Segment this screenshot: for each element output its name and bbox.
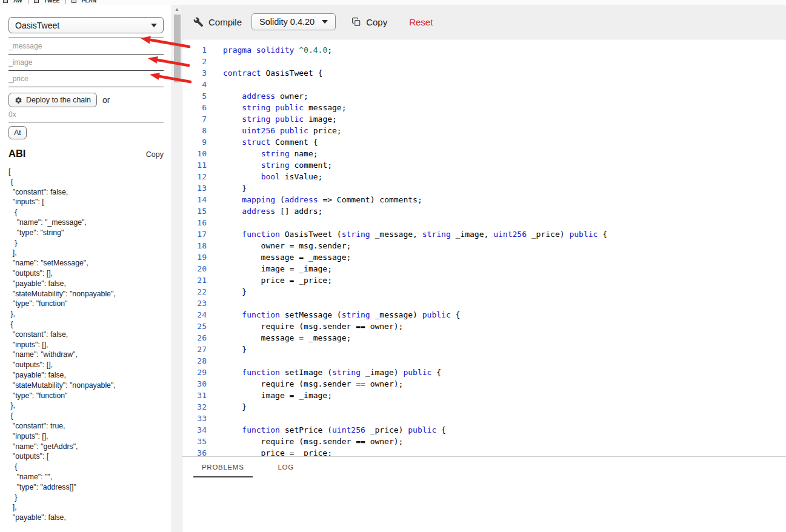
code-line[interactable]: 33 <box>182 413 786 424</box>
code-line[interactable]: 32 } <box>182 401 786 413</box>
code-line[interactable]: 16 <box>182 217 786 228</box>
contract-address-input[interactable] <box>8 107 164 122</box>
code-line[interactable]: 18 owner = msg.sender; <box>182 240 786 251</box>
compiler-version-select[interactable]: Solidity 0.4.20 <box>251 13 336 30</box>
code-text: string name; <box>207 148 318 159</box>
copy-button-label: Copy <box>366 17 387 27</box>
contract-select[interactable]: OasisTweet <box>8 17 164 33</box>
code-line[interactable]: 24 function setMessage (string _message)… <box>182 309 786 321</box>
code-line[interactable]: 25 require (msg.sender == owner); <box>182 321 786 332</box>
tab-divider <box>28 0 28 4</box>
or-label: or <box>102 95 110 105</box>
code-line[interactable]: 2 <box>182 56 786 67</box>
code-line[interactable]: 20 image = _image; <box>182 263 786 274</box>
code-line[interactable]: 10 string name; <box>182 148 786 159</box>
constructor-input-message[interactable] <box>8 38 164 55</box>
line-number: 24 <box>182 309 207 321</box>
constructor-input-image[interactable] <box>8 55 164 71</box>
code-text: pragma solidity ^0.4.0; <box>207 44 332 56</box>
code-line[interactable]: 15 address [] addrs; <box>182 205 786 217</box>
code-line[interactable]: 9 struct Comment { <box>182 136 786 148</box>
code-text <box>207 413 223 424</box>
code-line[interactable]: 27 } <box>182 344 786 355</box>
line-number: 20 <box>182 263 207 274</box>
main-area: Compile Solidity 0.4.20 Copy Reset 1prag… <box>182 5 786 532</box>
code-line[interactable]: 34 function setPrice (uint256 _price) pu… <box>182 424 786 436</box>
code-line[interactable]: 19 message = _message; <box>182 251 786 263</box>
deploy-button[interactable]: Deploy to the chain <box>8 93 97 107</box>
line-number: 33 <box>182 413 207 424</box>
code-line[interactable]: 3contract OasisTweet { <box>182 67 786 79</box>
reset-button[interactable]: Reset <box>409 17 433 27</box>
line-number: 13 <box>182 182 207 194</box>
code-line[interactable]: 1pragma solidity ^0.4.0; <box>182 44 786 56</box>
browser-tab-fragment[interactable]: PLAN <box>82 0 97 4</box>
line-number: 15 <box>182 205 207 217</box>
code-line[interactable]: 23 <box>182 298 786 309</box>
scrollbar-thumb[interactable] <box>174 15 181 82</box>
chevron-down-icon <box>322 20 328 24</box>
at-button[interactable]: At <box>8 126 27 139</box>
tab-problems[interactable]: PROBLEMS <box>193 464 253 477</box>
vertical-scrollbar[interactable]: ▲ <box>172 5 182 532</box>
code-line[interactable]: 5 address owner; <box>182 90 786 102</box>
code-line[interactable]: 35 require (msg.sender == owner); <box>182 436 786 447</box>
browser-tab-fragment[interactable]: TWEE <box>44 0 60 4</box>
line-number: 3 <box>182 67 207 79</box>
line-number: 31 <box>182 390 207 401</box>
code-line[interactable]: 28 <box>182 355 786 367</box>
scroll-up-arrow-icon[interactable]: ▲ <box>172 5 182 13</box>
code-line[interactable]: 7 string public image; <box>182 113 786 125</box>
tab-log[interactable]: LOG <box>270 464 302 477</box>
code-line[interactable]: 21 price = _price; <box>182 274 786 286</box>
code-line[interactable]: 22 } <box>182 286 786 298</box>
code-line[interactable]: 8 uint256 public price; <box>182 125 786 136</box>
code-editor[interactable]: 1pragma solidity ^0.4.0;23contract Oasis… <box>182 39 786 456</box>
code-text: string public image; <box>207 113 337 125</box>
code-text: require (msg.sender == owner); <box>207 321 403 332</box>
line-number: 16 <box>182 217 207 228</box>
line-number: 2 <box>182 56 207 67</box>
code-text: function setPrice (uint256 _price) publi… <box>207 424 446 436</box>
code-line[interactable]: 12 bool isValue; <box>182 171 786 182</box>
code-line[interactable]: 30 require (msg.sender == owner); <box>182 378 786 390</box>
code-line[interactable]: 13 } <box>182 182 786 194</box>
code-line[interactable]: 11 string comment; <box>182 159 786 171</box>
browser-tab-strip: AW TWEE PLAN <box>0 0 786 5</box>
line-number: 32 <box>182 401 207 413</box>
line-number: 8 <box>182 125 207 136</box>
code-text: message = _message; <box>207 251 351 263</box>
line-number: 19 <box>182 251 207 263</box>
code-line[interactable]: 14 mapping (address => Comment) comments… <box>182 194 786 205</box>
browser-tab-fragment[interactable]: AW <box>13 0 22 4</box>
copy-code-button[interactable]: Copy <box>351 17 387 27</box>
line-number: 21 <box>182 274 207 286</box>
code-line[interactable]: 4 <box>182 79 786 90</box>
panel-tabs: PROBLEMS LOG <box>182 457 786 477</box>
code-line[interactable]: 36 price = _price; <box>182 447 786 456</box>
code-text: string comment; <box>207 159 332 171</box>
code-line[interactable]: 17 function OasisTweet (string _message,… <box>182 228 786 240</box>
code-text: image = _image; <box>207 263 332 274</box>
code-text: address owner; <box>207 90 308 102</box>
code-text <box>207 217 223 228</box>
code-text: function setMessage (string _message) pu… <box>207 309 460 321</box>
line-number: 34 <box>182 424 207 436</box>
compile-button[interactable]: Compile <box>193 17 242 27</box>
tab-divider <box>65 0 66 4</box>
code-text: require (msg.sender == owner); <box>207 378 403 390</box>
line-number: 6 <box>182 102 207 113</box>
line-number: 9 <box>182 136 207 148</box>
constructor-input-price[interactable] <box>8 71 164 87</box>
code-text: mapping (address => Comment) comments; <box>207 194 422 205</box>
deploy-button-label: Deploy to the chain <box>26 96 91 104</box>
code-line[interactable]: 31 image = _image; <box>182 390 786 401</box>
abi-copy-button[interactable]: Copy <box>146 150 164 159</box>
line-number: 26 <box>182 332 207 344</box>
app-page: AW TWEE PLAN OasisTweet Deploy to the ch… <box>0 0 786 532</box>
code-line[interactable]: 6 string public message; <box>182 102 786 113</box>
code-text: bool isValue; <box>207 171 322 182</box>
code-line[interactable]: 26 message = _message; <box>182 332 786 344</box>
code-line[interactable]: 29 function setImage (string _image) pub… <box>182 367 786 378</box>
code-text: function OasisTweet (string _message, st… <box>207 228 607 240</box>
